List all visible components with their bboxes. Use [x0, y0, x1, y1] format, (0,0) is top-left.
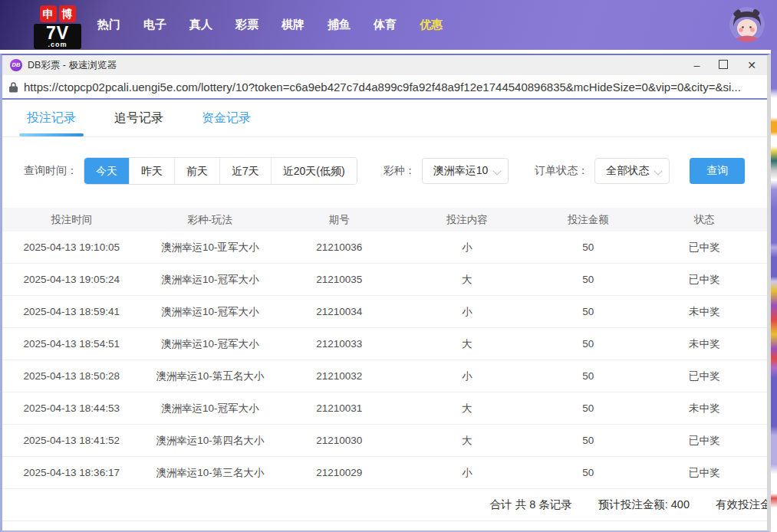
table-row: 2025-04-13 18:36:17澳洲幸运10-第三名大小21210029小…	[2, 457, 767, 489]
cell-play: 澳洲幸运10-亚军大小	[140, 232, 278, 264]
cell-amount: 50	[535, 360, 642, 392]
time-option[interactable]: 前天	[174, 158, 219, 184]
column-header: 投注时间	[2, 208, 140, 232]
cell-time: 2025-04-13 18:44:53	[2, 392, 140, 425]
logo-badges: 申 博	[40, 5, 76, 22]
cell-status: 已中奖	[641, 232, 767, 264]
cell-content: 小	[399, 457, 534, 489]
column-header: 投注金额	[535, 208, 642, 232]
cell-amount: 50	[535, 328, 642, 360]
nav-item[interactable]: 热门	[86, 18, 132, 32]
cell-time: 2025-04-13 18:54:51	[2, 328, 140, 360]
cell-time: 2025-04-13 19:05:24	[2, 264, 140, 296]
cell-issue: 21210031	[279, 392, 400, 425]
record-tabs: 投注记录追号记录资金记录	[2, 100, 767, 137]
logo-text: 7V	[34, 25, 81, 41]
cell-time: 2025-04-13 19:10:05	[2, 232, 140, 264]
cell-amount: 50	[535, 425, 642, 457]
cell-play: 澳洲幸运10-冠军大小	[140, 328, 278, 360]
time-filter-group: 今天昨天前天近7天近20天(低频)	[84, 157, 357, 185]
nav-item[interactable]: 捕鱼	[316, 18, 362, 32]
time-option[interactable]: 近7天	[219, 158, 271, 184]
chevron-down-icon	[654, 166, 663, 175]
cell-status: 已中奖	[641, 457, 767, 489]
cell-issue: 21210034	[279, 296, 400, 328]
nav-item[interactable]: 棋牌	[270, 18, 316, 32]
cell-time: 2025-04-13 18:36:17	[2, 457, 140, 489]
logo-badge: 博	[59, 5, 76, 22]
cell-issue: 21210033	[279, 328, 400, 360]
background-page-strip	[771, 50, 777, 532]
cell-content: 大	[399, 425, 534, 457]
cell-play: 澳洲幸运10-第四名大小	[140, 425, 278, 457]
bet-records-table: 投注时间彩种-玩法期号投注内容投注金额状态 2025-04-13 19:10:0…	[2, 208, 767, 489]
cell-status: 已中奖	[641, 425, 767, 457]
tab[interactable]: 投注记录	[25, 110, 77, 126]
page-content: 投注记录追号记录资金记录 查询时间： 今天昨天前天近7天近20天(低频) 彩种：…	[2, 100, 767, 530]
column-header: 投注内容	[399, 208, 534, 232]
window-controls: – ✕	[693, 60, 759, 71]
cell-content: 小	[399, 360, 534, 392]
cell-status: 未中奖	[641, 328, 767, 360]
lottery-filter-label: 彩种：	[384, 164, 416, 178]
time-option[interactable]: 昨天	[129, 158, 174, 184]
table-row: 2025-04-13 19:10:05澳洲幸运10-亚军大小21210036小5…	[2, 232, 767, 264]
table-header: 投注时间彩种-玩法期号投注内容投注金额状态	[2, 208, 767, 232]
order-status-label: 订单状态：	[535, 164, 588, 178]
window-title: DB彩票 - 极速浏览器	[28, 59, 117, 72]
chevron-down-icon	[493, 166, 502, 175]
cell-amount: 50	[535, 296, 642, 328]
tab[interactable]: 资金记录	[200, 110, 252, 126]
column-header: 状态	[641, 208, 767, 232]
cell-amount: 50	[535, 457, 642, 489]
site-logo[interactable]: 申 博 7V .com	[34, 5, 81, 49]
nav-item[interactable]: 体育	[362, 18, 408, 32]
lottery-select[interactable]: 澳洲幸运10	[422, 158, 509, 184]
time-option[interactable]: 今天	[84, 158, 129, 184]
cell-time: 2025-04-13 18:59:41	[2, 296, 140, 328]
cell-content: 小	[399, 232, 534, 264]
maximize-icon	[719, 60, 728, 69]
minimize-button[interactable]: –	[693, 60, 700, 71]
nav-item[interactable]: 电子	[132, 18, 178, 32]
cell-status: 未中奖	[641, 296, 767, 328]
expected-bet-amount: 预计投注金额: 400	[598, 498, 690, 512]
cell-issue: 21210035	[279, 264, 400, 296]
table-row: 2025-04-13 18:50:28澳洲幸运10-第五名大小21210032小…	[2, 360, 767, 392]
avatar[interactable]	[729, 7, 765, 42]
site-header: 申 博 7V .com 热门电子真人彩票棋牌捕鱼体育优惠	[0, 0, 777, 50]
table-summary: 合计 共 8 条记录 预计投注金额: 400 有效投注金额	[2, 489, 767, 521]
nav-item[interactable]: 优惠	[408, 18, 454, 32]
cell-issue: 21210030	[279, 425, 400, 457]
query-button[interactable]: 查询	[690, 158, 745, 184]
cell-play: 澳洲幸运10-冠军大小	[140, 264, 278, 296]
column-header: 期号	[279, 208, 400, 232]
close-button[interactable]: ✕	[747, 60, 756, 71]
cell-issue: 21210032	[279, 360, 400, 392]
cell-play: 澳洲幸运10-第五名大小	[140, 360, 278, 392]
column-header: 彩种-玩法	[140, 208, 278, 232]
logo-suffix: .com	[34, 41, 81, 48]
time-option[interactable]: 近20天(低频)	[271, 158, 357, 184]
cell-time: 2025-04-13 18:50:28	[2, 360, 140, 392]
order-status-select[interactable]: 全部状态	[594, 158, 670, 184]
cell-amount: 50	[535, 392, 642, 425]
window-title-bar[interactable]: DB DB彩票 - 极速浏览器 – ✕	[2, 55, 767, 75]
nav-item[interactable]: 真人	[178, 18, 224, 32]
table-row: 2025-04-13 19:05:24澳洲幸运10-冠军大小21210035大5…	[2, 264, 767, 296]
maximize-button[interactable]	[719, 60, 728, 71]
address-bar[interactable]: https://ctopcp02pcali.uengi5e.com/lotter…	[2, 75, 767, 100]
order-status-value: 全部状态	[606, 164, 649, 178]
table-row: 2025-04-13 18:54:51澳洲幸运10-冠军大小21210033大5…	[2, 328, 767, 360]
cell-status: 已中奖	[641, 264, 767, 296]
total-records: 合计 共 8 条记录	[490, 498, 572, 512]
cell-play: 澳洲幸运10-冠军大小	[140, 296, 278, 328]
browser-window: DB DB彩票 - 极速浏览器 – ✕ https://ctopcp02pcal…	[0, 54, 771, 532]
tab[interactable]: 追号记录	[113, 110, 165, 126]
cell-content: 大	[399, 392, 534, 425]
cell-amount: 50	[535, 232, 642, 264]
table-row: 2025-04-13 18:59:41澳洲幸运10-冠军大小21210034小5…	[2, 296, 767, 328]
cell-amount: 50	[535, 264, 642, 296]
cell-time: 2025-04-13 18:41:52	[2, 425, 140, 457]
nav-item[interactable]: 彩票	[224, 18, 270, 32]
